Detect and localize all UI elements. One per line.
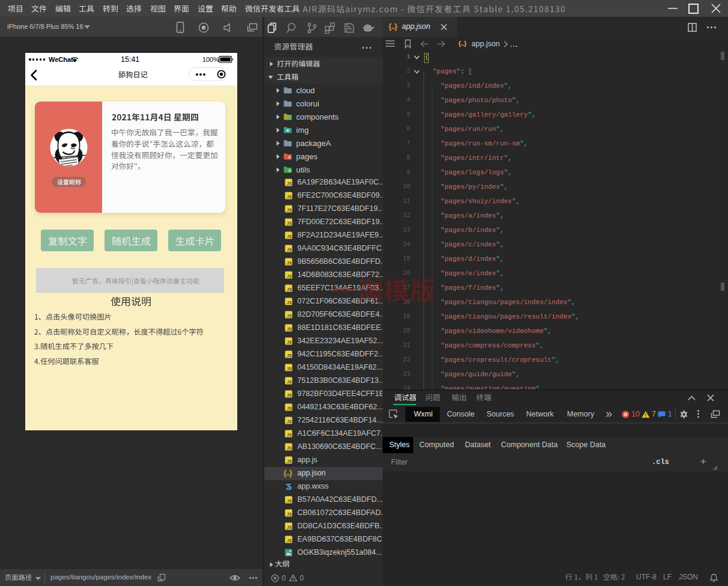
svg-text:JS: JS (287, 420, 293, 424)
svg-text:JS: JS (287, 406, 293, 411)
svg-text:JS: JS (287, 221, 293, 225)
svg-text:JS: JS (287, 327, 293, 331)
svg-text:JS: JS (287, 301, 293, 305)
svg-text:JS: JS (287, 182, 293, 186)
svg-text:JS: JS (287, 380, 293, 384)
svg-text:JS: JS (287, 499, 293, 503)
svg-text:JS: JS (287, 393, 293, 397)
svg-text:JS: JS (287, 459, 293, 463)
svg-text:JS: JS (287, 314, 293, 318)
svg-text:JS: JS (287, 367, 293, 371)
svg-text:JS: JS (287, 340, 293, 344)
svg-text:JS: JS (287, 208, 293, 212)
svg-text:JS: JS (287, 512, 293, 516)
svg-text:JS: JS (287, 274, 293, 278)
svg-text:JS: JS (287, 539, 293, 543)
svg-text:JS: JS (287, 446, 293, 450)
svg-text:JS: JS (287, 195, 293, 199)
svg-text:JS: JS (287, 433, 293, 437)
svg-text:JS: JS (287, 261, 293, 265)
svg-text:JS: JS (287, 234, 293, 239)
svg-text:JS: JS (287, 287, 293, 291)
svg-text:JS: JS (287, 525, 293, 530)
svg-text:JS: JS (287, 353, 293, 358)
svg-text:JS: JS (287, 248, 293, 252)
